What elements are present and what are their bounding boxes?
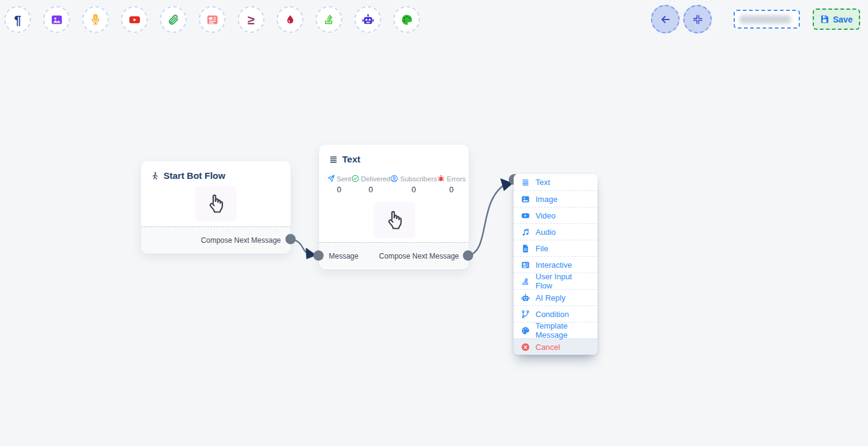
toolbar-audio-button[interactable] — [82, 6, 109, 33]
connector-handle[interactable] — [286, 234, 296, 245]
arrow-left-icon — [660, 13, 672, 26]
stat-subscribers-value: 0 — [412, 185, 416, 194]
image-icon — [50, 13, 63, 26]
start-node-footer: Compose Next Message — [141, 226, 291, 254]
file-icon — [521, 244, 530, 253]
walking-person-icon — [151, 171, 159, 181]
message-input-label[interactable]: Message — [329, 252, 359, 260]
add-node-context-menu: Text Image Video Audio File Interactive … — [514, 174, 598, 355]
drag-handle-box[interactable] — [195, 186, 236, 221]
connector-handle[interactable] — [463, 251, 474, 261]
microphone-icon — [89, 13, 102, 26]
stat-sent-value: 0 — [337, 185, 341, 194]
save-button[interactable]: Save — [813, 9, 860, 30]
menu-item-audio[interactable]: Audio — [514, 223, 598, 240]
menu-item-cancel[interactable]: Cancel — [514, 338, 598, 355]
text-node-title: Text — [342, 154, 360, 164]
send-icon — [327, 175, 335, 183]
stat-errors-value: 0 — [449, 185, 453, 194]
text-lines-icon — [521, 178, 530, 186]
menu-item-template-message[interactable]: Template Message — [514, 322, 598, 338]
menu-item-file[interactable]: File — [514, 240, 598, 256]
back-button[interactable] — [651, 5, 680, 33]
save-button-label: Save — [833, 15, 853, 24]
fit-view-button[interactable] — [683, 5, 712, 33]
menu-item-video[interactable]: Video — [514, 207, 598, 223]
compress-icon — [692, 14, 703, 25]
menu-item-image[interactable]: Image — [514, 190, 598, 207]
stat-subscribers: Subscribers 0 — [390, 175, 437, 194]
user-circle-icon — [390, 175, 398, 183]
text-node-stats: Sent 0 Delivered 0 Subscribers 0 — [319, 164, 469, 194]
menu-item-ai-reply[interactable]: AI Reply — [514, 289, 598, 305]
flow-title-input[interactable] — [734, 10, 800, 29]
robot-ai-icon — [362, 13, 374, 26]
toolbar-template-message-button[interactable] — [393, 6, 420, 33]
youtube-video-icon — [128, 13, 141, 26]
toolbar-file-button[interactable] — [160, 6, 187, 33]
newspaper-icon — [521, 260, 530, 270]
stack-icon — [521, 277, 530, 286]
text-node-header: Text — [319, 145, 469, 164]
compose-next-message-label[interactable]: Compose Next Message — [379, 252, 459, 260]
hand-pointer-icon — [384, 209, 405, 232]
connector-handle[interactable] — [314, 251, 324, 261]
start-node-header: Start Bot Flow — [141, 161, 291, 181]
check-circle-icon — [351, 175, 359, 183]
palette-template-icon — [401, 13, 413, 26]
image-icon — [521, 195, 530, 204]
start-bot-flow-node[interactable]: Start Bot Flow Compose Next Message — [141, 161, 291, 254]
video-icon — [521, 211, 530, 220]
edge-text-to-menu — [468, 183, 507, 256]
toolbar-video-button[interactable] — [121, 6, 148, 33]
menu-item-user-input-flow[interactable]: User Input Flow — [514, 273, 598, 289]
music-note-icon — [521, 228, 530, 237]
hand-pointer-icon — [205, 192, 226, 215]
toolbar-image-button[interactable] — [43, 6, 70, 33]
text-node-footer: Message Compose Next Message — [319, 242, 469, 270]
toolbar-condition-button[interactable]: ≥ — [238, 6, 264, 33]
stack-user-input-icon — [323, 13, 335, 26]
floppy-disk-icon — [820, 15, 829, 24]
stat-delivered-value: 0 — [368, 185, 373, 194]
cancel-circle-icon — [521, 343, 530, 352]
stat-delivered: Delivered 0 — [351, 175, 391, 194]
redacted-text — [740, 15, 791, 24]
drag-handle-box[interactable] — [374, 202, 415, 239]
compose-next-message-label[interactable]: Compose Next Message — [201, 236, 281, 245]
toolbar-drip-button[interactable] — [277, 6, 303, 33]
toolbar-ai-reply-button[interactable] — [354, 6, 381, 33]
bug-icon — [437, 175, 445, 183]
toolbar-text-button[interactable]: ¶ — [4, 6, 31, 33]
palette-icon — [521, 326, 530, 335]
menu-item-text[interactable]: Text — [514, 174, 598, 190]
toolbar-interactive-button[interactable] — [199, 6, 226, 33]
newspaper-interactive-icon — [206, 13, 219, 26]
greater-equal-icon: ≥ — [247, 13, 255, 26]
text-lines-icon — [329, 155, 338, 164]
menu-item-condition[interactable]: Condition — [514, 305, 598, 322]
start-node-title: Start Bot Flow — [164, 170, 226, 181]
droplet-icon — [284, 14, 296, 26]
text-node[interactable]: Text Sent 0 Delivered 0 Subscribers 0 — [319, 145, 469, 270]
stat-sent: Sent 0 — [327, 175, 351, 194]
robot-icon — [521, 293, 530, 302]
git-branch-icon — [521, 310, 530, 319]
stat-errors: Errors 0 — [437, 175, 466, 194]
pilcrow-text-icon: ¶ — [14, 13, 21, 26]
toolbar-user-input-flow-button[interactable] — [315, 6, 342, 33]
paperclip-file-icon — [167, 13, 179, 26]
menu-item-interactive[interactable]: Interactive — [514, 256, 598, 273]
